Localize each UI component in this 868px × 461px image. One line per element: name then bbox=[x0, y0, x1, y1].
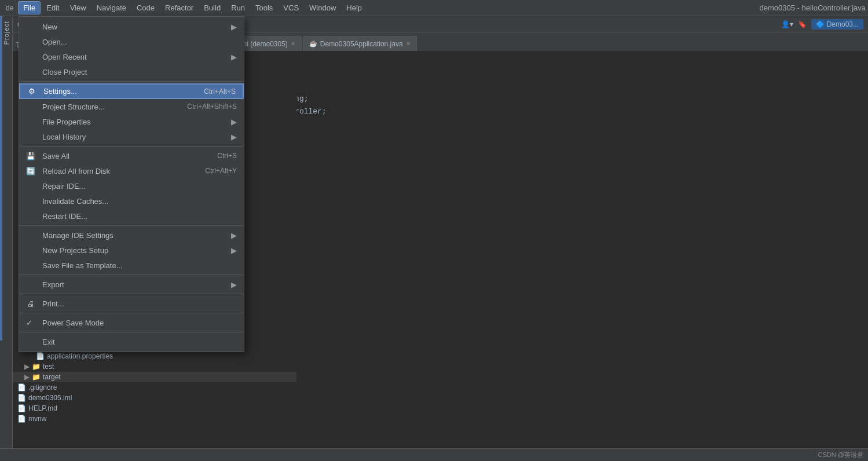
tree-item-mvnw[interactable]: 📄 mvnw bbox=[13, 414, 296, 424]
menu-de[interactable]: de bbox=[2, 3, 17, 13]
new-arrow: ▶ bbox=[231, 23, 237, 31]
window-title: demo0305 - helloController.java bbox=[759, 3, 866, 12]
header-right-controls: 👤▾ 🔖 🔷 Demo03... bbox=[781, 19, 863, 30]
menu-item-file-properties[interactable]: File Properties ▶ bbox=[19, 114, 244, 129]
menu-build[interactable]: Build bbox=[199, 2, 225, 14]
help-md-icon: 📄 bbox=[17, 404, 26, 412]
tree-item-test[interactable]: ▶ 📁 test bbox=[13, 361, 296, 372]
power-save-check: ✓ bbox=[26, 319, 32, 327]
app-props-label: application.properties bbox=[47, 352, 113, 360]
tree-item-target[interactable]: ▶ 📁 target bbox=[13, 372, 296, 382]
open-recent-arrow: ▶ bbox=[231, 53, 237, 61]
menu-item-reload[interactable]: 🔄 Reload All from Disk Ctrl+Alt+Y bbox=[19, 163, 244, 178]
menu-item-local-history[interactable]: Local History ▶ bbox=[19, 129, 244, 144]
menu-item-open[interactable]: Open... bbox=[19, 34, 244, 49]
menu-item-export[interactable]: Export ▶ bbox=[19, 277, 244, 292]
menu-item-invalidate-caches[interactable]: Invalidate Caches... bbox=[19, 193, 244, 208]
status-text: CSDN @英语君 bbox=[818, 451, 863, 459]
menu-tools[interactable]: Tools bbox=[251, 2, 277, 14]
menu-item-save-all[interactable]: 💾 Save All Ctrl+S bbox=[19, 148, 244, 163]
mvnw-icon: 📄 bbox=[17, 415, 26, 423]
reload-icon: 🔄 bbox=[24, 167, 38, 175]
menu-item-open-recent[interactable]: Open Recent ▶ bbox=[19, 49, 244, 64]
separator-3 bbox=[19, 225, 244, 226]
menu-item-settings[interactable]: ⚙ Settings... Ctrl+Alt+S bbox=[19, 83, 244, 99]
menu-window[interactable]: Window bbox=[305, 2, 340, 14]
save-all-icon: 💾 bbox=[24, 152, 38, 160]
settings-shortcut: Ctrl+Alt+S bbox=[204, 87, 236, 96]
test-expand-icon: ▶ bbox=[24, 363, 30, 371]
separator-5 bbox=[19, 294, 244, 294]
test-label: test bbox=[43, 363, 54, 371]
user-icon[interactable]: 👤▾ bbox=[781, 20, 793, 28]
menu-item-new[interactable]: New ▶ bbox=[19, 19, 244, 34]
menu-view[interactable]: View bbox=[65, 2, 91, 14]
project-structure-shortcut: Ctrl+Alt+Shift+S bbox=[187, 103, 237, 111]
test-folder-icon: 📁 bbox=[32, 363, 41, 371]
separator-4 bbox=[19, 275, 244, 275]
menu-item-power-save-mode[interactable]: ✓ Power Save Mode bbox=[19, 315, 244, 330]
app-props-icon: 📄 bbox=[36, 352, 45, 360]
target-expand-icon: ▶ bbox=[24, 373, 30, 381]
menu-item-restart-ide[interactable]: Restart IDE... bbox=[19, 208, 244, 224]
menu-item-repair-ide[interactable]: Repair IDE... bbox=[19, 178, 244, 193]
iml-icon: 📄 bbox=[17, 394, 26, 402]
target-folder-icon: 📁 bbox=[32, 373, 41, 381]
tree-item-app-properties[interactable]: 📄 application.properties bbox=[13, 351, 296, 361]
tab-demo-app-label: Demo0305Application.java bbox=[320, 40, 403, 48]
menu-run[interactable]: Run bbox=[226, 2, 250, 14]
menu-refactor[interactable]: Refactor bbox=[160, 2, 198, 14]
menu-vcs[interactable]: VCS bbox=[279, 2, 303, 14]
menu-item-project-structure[interactable]: Project Structure... Ctrl+Alt+Shift+S bbox=[19, 99, 244, 114]
menu-item-new-projects-setup[interactable]: New Projects Setup ▶ bbox=[19, 243, 244, 258]
menu-item-exit[interactable]: Exit bbox=[19, 334, 244, 349]
tab-demo-app-close[interactable]: ✕ bbox=[406, 41, 411, 47]
file-properties-arrow: ▶ bbox=[231, 118, 237, 126]
status-bar: CSDN @英语君 bbox=[0, 448, 868, 461]
menu-help[interactable]: Help bbox=[342, 2, 367, 14]
tree-item-help-md[interactable]: 📄 HELP.md bbox=[13, 403, 296, 414]
settings-icon: ⚙ bbox=[25, 87, 39, 96]
file-dropdown-menu: New ▶ Open... Open Recent ▶ Close Projec… bbox=[19, 16, 244, 352]
menu-file[interactable]: File bbox=[18, 1, 41, 14]
menu-bar: de File Edit View Navigate Code Refactor… bbox=[0, 0, 868, 16]
tab-pom-xml-close[interactable]: ✕ bbox=[291, 41, 295, 47]
gitignore-label: .gitignore bbox=[28, 383, 57, 392]
separator-2 bbox=[19, 146, 244, 147]
separator-7 bbox=[19, 332, 244, 332]
sidebar-project-tab[interactable]: Project bbox=[1, 16, 12, 49]
separator-6 bbox=[19, 313, 244, 313]
menu-navigate[interactable]: Navigate bbox=[92, 2, 131, 14]
help-md-label: HELP.md bbox=[28, 404, 57, 412]
file-menu-left-indicator bbox=[0, 16, 2, 341]
demo-project-btn[interactable]: 🔷 Demo03... bbox=[811, 19, 863, 30]
iml-label: demo0305.iml bbox=[28, 394, 72, 402]
target-label: target bbox=[43, 373, 61, 381]
manage-ide-settings-arrow: ▶ bbox=[231, 231, 237, 240]
menu-code[interactable]: Code bbox=[132, 2, 159, 14]
gitignore-icon: 📄 bbox=[17, 383, 26, 392]
local-history-arrow: ▶ bbox=[231, 133, 237, 141]
export-arrow: ▶ bbox=[231, 280, 237, 289]
print-icon: 🖨 bbox=[24, 299, 38, 308]
tab-demo-app-icon: ☕ bbox=[309, 40, 317, 47]
tab-demo-app[interactable]: ☕ Demo0305Application.java ✕ bbox=[303, 36, 417, 51]
new-projects-setup-arrow: ▶ bbox=[231, 246, 237, 255]
mvnw-label: mvnw bbox=[28, 415, 46, 423]
tree-item-iml[interactable]: 📄 demo0305.iml bbox=[13, 393, 296, 403]
menu-item-manage-ide-settings[interactable]: Manage IDE Settings ▶ bbox=[19, 228, 244, 243]
tree-item-gitignore[interactable]: 📄 .gitignore bbox=[13, 382, 296, 393]
menu-item-save-template[interactable]: Save File as Template... bbox=[19, 258, 244, 273]
menu-item-print[interactable]: 🖨 Print... bbox=[19, 296, 244, 311]
reload-shortcut: Ctrl+Alt+Y bbox=[205, 167, 237, 175]
bookmark-icon[interactable]: 🔖 bbox=[798, 20, 807, 28]
menu-item-close-project[interactable]: Close Project bbox=[19, 64, 244, 79]
separator-1 bbox=[19, 81, 244, 82]
save-all-shortcut: Ctrl+S bbox=[217, 152, 237, 160]
menu-edit[interactable]: Edit bbox=[42, 2, 64, 14]
